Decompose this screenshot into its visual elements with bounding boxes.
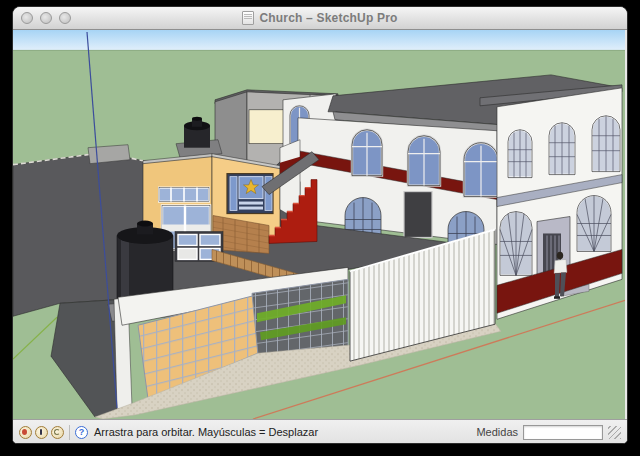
- 3d-viewport[interactable]: [13, 30, 625, 419]
- fan-arched-window: [500, 212, 532, 276]
- zoom-button-icon[interactable]: [59, 12, 71, 24]
- geolocation-badge-icon[interactable]: [19, 426, 32, 439]
- fan-arched-window: [577, 196, 611, 252]
- sky: [13, 30, 625, 51]
- dark-door: [404, 192, 432, 238]
- traffic-lights: [21, 12, 71, 24]
- tool-hint-text: Arrastra para orbitar. Mayúsculas = Desp…: [94, 426, 318, 438]
- arched-window: [592, 116, 620, 172]
- claim-badge-icon[interactable]: [51, 426, 64, 439]
- help-icon[interactable]: ?: [75, 426, 88, 439]
- credit-badge-icon[interactable]: [35, 426, 48, 439]
- star-stained-glass-window: [227, 174, 273, 214]
- close-button-icon[interactable]: [21, 12, 33, 24]
- status-bar: ? Arrastra para orbitar. Mayúsculas = De…: [13, 419, 627, 444]
- desktop: Church – SketchUp Pro: [0, 0, 640, 456]
- arched-window: [464, 143, 498, 197]
- arched-window: [508, 130, 532, 178]
- sketchup-window: Church – SketchUp Pro: [12, 6, 628, 444]
- document-icon: [242, 11, 254, 25]
- measurements-label: Medidas: [476, 426, 518, 438]
- window-title: Church – SketchUp Pro: [259, 11, 397, 25]
- arched-window: [352, 130, 382, 176]
- arched-window: [408, 136, 440, 186]
- arched-window: [549, 123, 575, 175]
- title-bar[interactable]: Church – SketchUp Pro: [13, 7, 627, 30]
- minimize-button-icon[interactable]: [40, 12, 52, 24]
- measurements-input[interactable]: [523, 425, 603, 440]
- viewport-3d-scene[interactable]: [13, 30, 625, 419]
- resize-grip-icon[interactable]: [608, 426, 621, 439]
- status-divider: [69, 425, 70, 440]
